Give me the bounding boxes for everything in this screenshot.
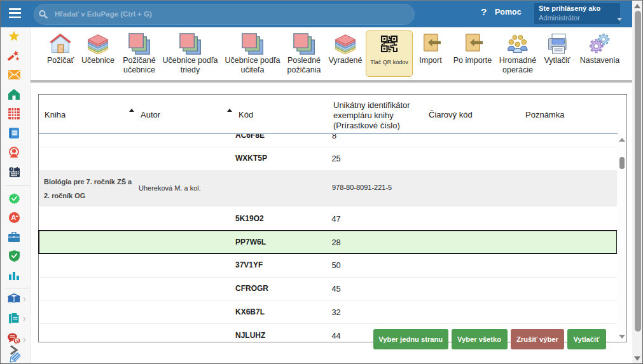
svg-text:+: + (16, 213, 19, 219)
